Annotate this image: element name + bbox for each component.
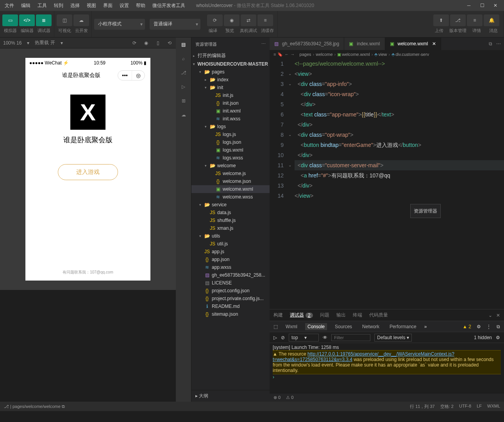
rotate-icon[interactable]: ⟲ [166,40,173,46]
context-select[interactable]: top ▾ [289,334,319,342]
simulator-button[interactable]: ▭ [2,14,18,26]
levels-select[interactable]: Default levels ▾ [374,334,411,342]
current-path[interactable]: pages/welcome/welcome [13,404,61,409]
git-icon[interactable]: ⎇ [180,69,188,77]
hidden-count[interactable]: 1 hidden [474,335,492,340]
file-item[interactable]: JSshuffle.js [191,216,270,224]
menu-item[interactable]: 界面 [100,1,116,11]
clear-icon[interactable]: ⊘ [281,335,285,340]
record-icon[interactable]: ◉ [143,40,149,46]
file-item[interactable]: JSxman.js [191,224,270,232]
search-icon[interactable]: ⌕ [180,55,188,63]
close-icon[interactable]: ✕ [491,3,499,8]
file-item[interactable]: {}project.private.config.js... [191,295,270,302]
cloud-button[interactable]: ☁ [73,14,89,26]
kebab-icon[interactable]: ⋮ [486,324,491,329]
inspect-icon[interactable]: ⬚ [273,324,278,329]
file-item[interactable]: {}sitemap.json [191,310,270,318]
console-output[interactable]: [system] Launch Time: 1258 ms ▲ The reso… [270,343,504,393]
warnings-count[interactable]: ⚠ 0 [286,395,293,400]
file-item[interactable]: ℹREADME.md [191,302,270,310]
breadcrumb[interactable]: ≡ 🔖 ← → pages› welcome› ▣ welcome.wxml› … [270,50,504,59]
devtools-dock-icon[interactable]: ⧉ [497,324,500,329]
enter-game-button[interactable]: 进入游戏 [58,164,118,180]
file-item[interactable]: {}project.config.json [191,287,270,295]
editor-tab[interactable]: ▨gh_ee58735b3942_258.jpg [270,38,344,50]
refresh-icon[interactable]: ⟳ [131,40,138,46]
preview-button[interactable]: ◉ [224,14,239,26]
visual-button[interactable]: ◫ [57,14,72,26]
upload-button[interactable]: ⬆ [433,14,449,26]
code-editor[interactable]: 1234567891011121314 ⌄⌄⌄⌄ <!--pages/welco… [270,59,504,309]
eye-icon[interactable]: 👁 [323,335,327,340]
file-item[interactable]: {}app.json [191,256,270,263]
notify-button[interactable]: 🔔 [484,14,499,26]
encoding-info[interactable]: UTF-8 [459,404,471,409]
file-item[interactable]: {}init.json [191,99,270,107]
folder-item[interactable]: ▾📂service [191,201,270,209]
editor-tab[interactable]: ▣index.wxml [344,38,385,50]
file-item[interactable]: ▣welcome.wxml [191,185,270,193]
menu-item[interactable]: 转到 [51,1,66,11]
file-item[interactable]: ▨gh_ee58735b3942_258... [191,271,270,279]
zoom-level[interactable]: 100% 16 [3,40,21,46]
menu-item[interactable]: 工具 [34,1,50,11]
back-icon[interactable]: ← [284,52,289,57]
problems-tab[interactable]: 问题 [320,312,329,318]
menu-item[interactable]: 帮助 [133,1,148,11]
version-button[interactable]: ⎇ [450,14,466,26]
output-tab[interactable]: 输出 [336,312,346,318]
open-editors-section[interactable]: ▸打开的编辑器 [191,51,270,60]
file-item[interactable]: {}welcome.json [191,177,270,185]
debugger-tab[interactable]: 调试器 2 [290,312,313,318]
extensions-icon[interactable]: ⊞ [180,97,188,105]
bookmark-icon[interactable]: 🔖 [277,52,283,57]
folder-item[interactable]: ▾📂init [191,84,270,91]
file-item[interactable]: JSwelcome.js [191,170,270,177]
folder-item[interactable]: ▾📂utils [191,232,270,240]
menu-item[interactable]: 选择 [67,1,83,11]
more-tabs-icon[interactable]: » [424,324,427,329]
errors-count[interactable]: ⊗ 0 [273,395,281,400]
terminal-tab[interactable]: 终端 [353,312,362,318]
clear-cache-button[interactable]: ≡ [257,14,273,26]
compile-button[interactable]: ⟳ [207,14,223,26]
file-item[interactable]: ▣init.wxml [191,107,270,115]
device-icon[interactable]: ▯ [155,40,161,46]
file-item[interactable]: JSlogs.js [191,131,270,138]
compile-select[interactable]: 普通编译 [150,19,200,30]
maximize-icon[interactable]: ☐ [478,3,486,8]
menu-item[interactable]: 设置 [116,1,132,11]
file-item[interactable]: ≋welcome.wxss [191,193,270,201]
file-item[interactable]: ▤LICENSE [191,279,270,287]
file-item[interactable]: JSapp.js [191,248,270,256]
split-icon[interactable]: ⧉ [489,41,492,46]
more-icon[interactable]: ⋯ [496,41,501,46]
file-item[interactable]: ≋app.wxss [191,263,270,271]
explorer-icon[interactable]: ▤ [180,41,188,48]
folder-item[interactable]: ▸📂index [191,76,270,84]
console-tab[interactable]: Console [305,323,327,330]
performance-tab[interactable]: Performance [387,323,419,330]
debugger-button[interactable]: ≣ [36,14,52,26]
project-root[interactable]: ▾WHOISUNDERCOVER-MASTER [191,60,270,68]
collapse-icon[interactable]: ⌄ [488,313,492,318]
filter-input[interactable] [331,334,370,341]
hotreload-label[interactable]: 热重载 开 [35,39,55,46]
branch-icon[interactable]: ⎇ [4,404,9,409]
sources-tab[interactable]: Sources [332,323,354,330]
wxml-tab[interactable]: Wxml [283,323,300,330]
play-icon[interactable]: ▷ [273,335,277,340]
settings-icon[interactable]: ⚙ [496,335,500,340]
cursor-pos[interactable]: 行 11，列 37 [410,404,435,409]
file-item[interactable]: ▣logs.wxml [191,146,270,154]
gear-icon[interactable]: ⚙ [477,324,481,329]
outline-section[interactable]: ▸ 大纲 [191,390,270,402]
indent-info[interactable]: 空格: 2 [440,404,454,409]
editor-button[interactable]: </> [19,14,35,26]
file-item[interactable]: JSdata.js [191,209,270,216]
file-item[interactable]: ≋init.wxss [191,115,270,123]
capsule-button[interactable]: •••◎ [118,70,145,80]
network-tab[interactable]: Network [360,323,382,330]
minimize-icon[interactable]: ─ [465,3,473,8]
